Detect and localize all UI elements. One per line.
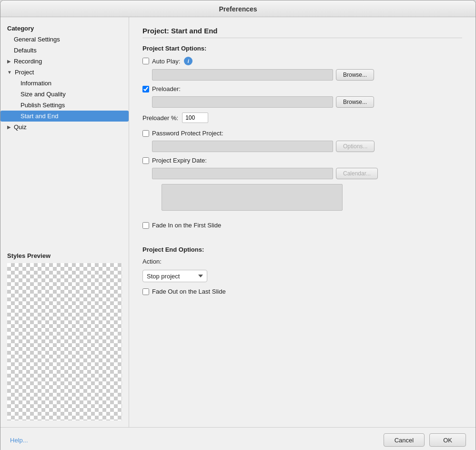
end-options-label: Project End Options:	[142, 246, 462, 253]
fade-in-checkbox[interactable]	[142, 222, 149, 229]
sidebar-item-publish-settings[interactable]: Publish Settings	[0, 100, 129, 111]
general-settings-label: General Settings	[14, 36, 60, 43]
fade-out-checkbox[interactable]	[142, 288, 149, 295]
expiry-date-field-row: Calendar...	[152, 168, 462, 179]
information-label: Information	[20, 80, 51, 87]
sidebar-item-size-quality[interactable]: Size and Quality	[0, 89, 129, 100]
quiz-arrow-icon: ▶	[7, 124, 11, 130]
sidebar-item-project[interactable]: ▼ Project	[0, 67, 129, 78]
bottom-bar: Help... Cancel OK	[0, 427, 476, 450]
auto-play-row: Auto Play: i	[142, 57, 462, 65]
password-protect-text: Password Protect Project:	[152, 130, 223, 137]
category-label: Category	[0, 22, 129, 34]
defaults-label: Defaults	[14, 47, 37, 54]
password-protect-row: Password Protect Project:	[142, 130, 462, 137]
fade-out-row: Fade Out on the Last Slide	[142, 288, 462, 295]
preloader-row: Preloader:	[142, 85, 462, 92]
password-field[interactable]	[152, 141, 333, 152]
expiry-date-text: Project Expiry Date:	[152, 157, 207, 164]
notes-textarea[interactable]	[162, 184, 343, 211]
publish-settings-label: Publish Settings	[20, 102, 65, 109]
cancel-button[interactable]: Cancel	[384, 433, 425, 447]
quiz-label: Quiz	[14, 123, 27, 131]
expiry-date-field[interactable]	[152, 168, 333, 179]
start-and-end-label: Start and End	[20, 112, 59, 120]
auto-play-path-field[interactable]	[152, 69, 333, 81]
main-content: Project: Start and End Project Start Opt…	[129, 17, 476, 427]
styles-preview-label: Styles Preview	[0, 248, 129, 261]
password-field-row: Options...	[152, 141, 462, 152]
sidebar-item-recording[interactable]: ▶ Recording	[0, 56, 129, 67]
project-label: Project	[15, 69, 34, 76]
dialog-title: Preferences	[0, 0, 476, 17]
preloader-checkbox[interactable]	[142, 86, 149, 92]
password-protect-checkbox-label[interactable]: Password Protect Project:	[142, 130, 223, 137]
auto-play-checkbox-label[interactable]: Auto Play:	[142, 58, 180, 65]
help-link[interactable]: Help...	[10, 437, 28, 444]
preloader-pct-input[interactable]	[182, 112, 208, 123]
styles-preview-area	[7, 263, 122, 420]
preloader-checkbox-label[interactable]: Preloader:	[142, 85, 181, 92]
recording-label: Recording	[14, 58, 42, 65]
options-button[interactable]: Options...	[336, 141, 375, 152]
preloader-browse-row: Browse...	[152, 96, 462, 108]
sidebar-item-start-and-end[interactable]: Start and End	[0, 111, 129, 122]
auto-play-text: Auto Play:	[152, 58, 180, 65]
ok-button[interactable]: OK	[429, 433, 466, 447]
bottom-buttons: Cancel OK	[384, 433, 466, 447]
recording-arrow-icon: ▶	[7, 59, 11, 64]
fade-in-checkbox-label[interactable]: Fade In on the First Slide	[142, 222, 221, 229]
end-options-section: Project End Options: Action: Stop projec…	[142, 246, 462, 299]
sidebar-item-information[interactable]: Information	[0, 78, 129, 89]
fade-out-text: Fade Out on the Last Slide	[152, 288, 226, 295]
sidebar-item-defaults[interactable]: Defaults	[0, 45, 129, 56]
action-label: Action:	[142, 258, 162, 265]
dialog-title-text: Preferences	[219, 5, 257, 13]
password-protect-checkbox[interactable]	[142, 130, 149, 137]
section-title: Project: Start and End	[142, 27, 462, 38]
project-arrow-icon: ▼	[7, 70, 12, 75]
preloader-pct-label: Preloader %:	[142, 114, 178, 122]
auto-play-checkbox[interactable]	[142, 58, 149, 64]
auto-play-info-icon[interactable]: i	[184, 57, 192, 65]
size-quality-label: Size and Quality	[20, 91, 66, 98]
calendar-button[interactable]: Calendar...	[336, 168, 378, 179]
preloader-path-field[interactable]	[152, 96, 333, 108]
auto-play-browse-row: Browse...	[152, 69, 462, 81]
action-select-row: Stop project Loop project Open URL or Fi…	[142, 270, 462, 282]
preloader-pct-row: Preloader %:	[142, 112, 462, 123]
auto-play-browse-button[interactable]: Browse...	[336, 69, 374, 81]
sidebar: Category General Settings Defaults ▶ Rec…	[0, 17, 129, 427]
sidebar-item-general-settings[interactable]: General Settings	[0, 34, 129, 45]
expiry-date-checkbox-label[interactable]: Project Expiry Date:	[142, 157, 207, 164]
dialog-body: Category General Settings Defaults ▶ Rec…	[0, 17, 476, 427]
preloader-browse-button[interactable]: Browse...	[336, 96, 374, 108]
preferences-dialog: Preferences Category General Settings De…	[0, 0, 476, 450]
action-select[interactable]: Stop project Loop project Open URL or Fi…	[142, 270, 207, 282]
fade-in-row: Fade In on the First Slide	[142, 222, 462, 229]
notes-area-wrapper	[152, 184, 462, 217]
expiry-date-checkbox[interactable]	[142, 157, 149, 164]
preloader-text: Preloader:	[152, 85, 181, 92]
action-row: Action:	[142, 258, 462, 265]
start-options-label: Project Start Options:	[142, 45, 462, 52]
fade-out-checkbox-label[interactable]: Fade Out on the Last Slide	[142, 288, 226, 295]
sidebar-item-quiz[interactable]: ▶ Quiz	[0, 122, 129, 133]
expiry-date-row: Project Expiry Date:	[142, 157, 462, 164]
fade-in-text: Fade In on the First Slide	[152, 222, 221, 229]
